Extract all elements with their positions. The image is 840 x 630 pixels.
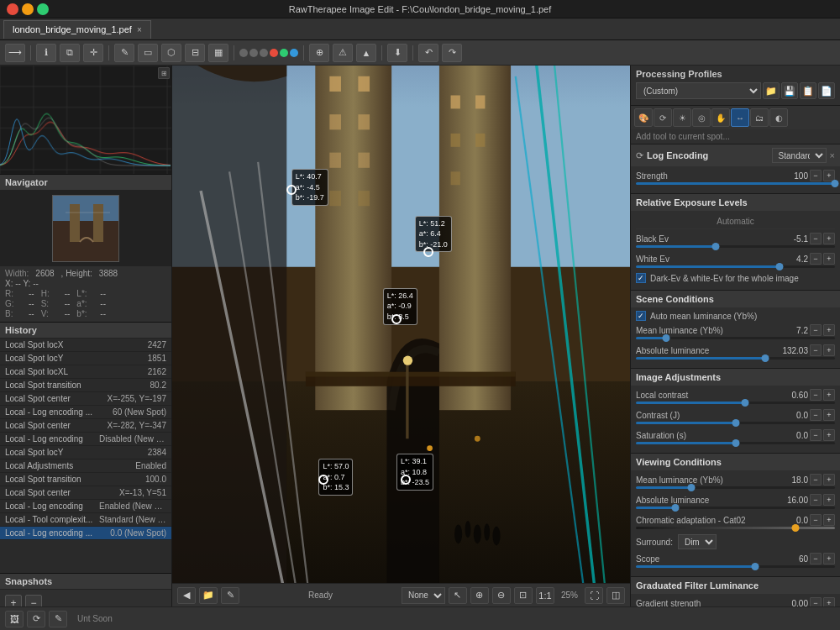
history-item[interactable]: Local Spot transition100.0 (0, 473, 171, 486)
history-item[interactable]: Local - Log encodingEnabled (New Spot) (0, 500, 171, 513)
rt-hand-btn[interactable]: ✋ (711, 108, 730, 127)
rt-localadj-btn[interactable]: ↔ (731, 108, 749, 127)
img-tb-edit-btn[interactable]: ✎ (221, 587, 239, 604)
history-item[interactable]: Local Spot locXL2162 (0, 365, 171, 379)
min-btn[interactable] (22, 3, 34, 15)
dark-white-checkbox[interactable]: ✓ (636, 273, 646, 283)
copy-btn[interactable]: ⧉ (60, 44, 80, 62)
log-enc-mode-select[interactable]: Standard (772, 148, 827, 163)
history-item[interactable]: Local Spot locY2384 (0, 446, 171, 459)
close-btn[interactable] (7, 3, 18, 15)
local-contrast-slider[interactable] (636, 402, 835, 404)
img-adj-header[interactable]: Image Adjustments (631, 369, 840, 386)
poly-btn[interactable]: ⬡ (161, 44, 181, 62)
history-item[interactable]: Local Spot centerX=-255, Y=-197 (0, 392, 171, 406)
rt-halfcircle-btn[interactable]: ◐ (769, 108, 788, 127)
surround-select[interactable]: Dim (678, 534, 717, 549)
pencil-btn[interactable]: ✎ (114, 44, 134, 62)
img-tb-folder-btn[interactable]: 📁 (199, 587, 218, 604)
history-item[interactable]: Local Spot locX2427 (0, 339, 171, 352)
lc-plus-btn[interactable]: + (823, 389, 835, 401)
pp-paste-btn[interactable]: 📄 (818, 82, 835, 99)
vc-chrom-slider[interactable] (636, 527, 835, 529)
vc-ch-plus-btn[interactable]: + (823, 514, 835, 526)
log-enc-close-btn[interactable]: × (830, 150, 835, 160)
dot-2[interactable] (249, 49, 258, 57)
export-btn[interactable]: ⬇ (387, 44, 407, 62)
bb-btn-1[interactable]: 🖼 (5, 611, 24, 627)
scene-cond-header[interactable]: Scene Conditions (631, 291, 840, 307)
log-encoding-header[interactable]: ⟳ Log Encoding Standard × (631, 144, 840, 166)
img-tb-none-select[interactable]: None (402, 587, 445, 604)
scope-slider[interactable] (636, 565, 835, 568)
history-item[interactable]: Local AdjustmentsEnabled (0, 459, 171, 473)
saturation-s-slider[interactable] (636, 442, 835, 444)
view-cond-header[interactable]: Viewing Conditions (631, 454, 840, 470)
rt-meta-btn[interactable]: 🗂 (750, 108, 769, 127)
vc-ml-plus-btn[interactable]: + (823, 474, 835, 486)
add-tool-row[interactable]: Add tool to current spot... (631, 129, 840, 144)
warn-btn[interactable]: ⚠ (333, 44, 353, 62)
lc-minus-btn[interactable]: − (810, 389, 822, 401)
bb-btn-3[interactable]: ✎ (49, 611, 67, 627)
vc-al-plus-btn[interactable]: + (823, 494, 835, 506)
contrast-j-slider[interactable] (636, 422, 835, 424)
image-area[interactable]: L*: 40.7 a*: -4.5 b*: -19.7 L*: 51.2 a*:… (172, 66, 630, 583)
cursor-btn[interactable]: ✛ (83, 44, 103, 62)
sat-plus-btn[interactable]: + (823, 429, 835, 441)
dot-5[interactable] (280, 49, 288, 57)
black-ev-plus-btn[interactable]: + (823, 233, 835, 244)
rt-color-btn[interactable]: 🎨 (634, 108, 653, 127)
hist-btn-1[interactable]: ⊞ (158, 67, 170, 79)
vc-ml-minus-btn[interactable]: − (810, 474, 822, 486)
abs-lum-slider[interactable] (636, 357, 835, 360)
black-ev-slider[interactable] (636, 245, 835, 248)
tab-close-btn[interactable]: × (137, 25, 142, 34)
vc-al-minus-btn[interactable]: − (810, 494, 822, 506)
gs-plus-btn[interactable]: + (823, 597, 835, 606)
triangle-btn[interactable]: ▲ (356, 44, 376, 62)
remove-snapshot-btn[interactable]: − (25, 595, 42, 606)
gs-minus-btn[interactable]: − (810, 597, 822, 606)
rt-rotate-btn[interactable]: ⟳ (654, 108, 672, 127)
mean-lum-slider[interactable] (636, 337, 835, 339)
grid-btn[interactable]: ▦ (208, 44, 228, 62)
white-ev-slider[interactable] (636, 265, 835, 268)
img-tb-zoom100-btn[interactable]: 1:1 (536, 587, 554, 604)
redo-btn[interactable]: ↷ (442, 44, 462, 62)
auto-mean-checkbox[interactable]: ✓ (636, 311, 646, 321)
white-ev-plus-btn[interactable]: + (823, 253, 835, 265)
rt-detail-btn[interactable]: ◎ (692, 108, 711, 127)
img-tb-cursor-btn[interactable]: ↖ (449, 587, 467, 604)
mean-lum-plus-btn[interactable]: + (823, 324, 835, 336)
rel-exp-header[interactable]: Relative Exposure Levels (631, 194, 840, 211)
vc-abs-lum-slider[interactable] (636, 507, 835, 509)
history-list[interactable]: Local Spot locX2427Local Spot locY1851Lo… (0, 339, 171, 573)
dot-4[interactable] (270, 49, 278, 57)
abs-lum-plus-btn[interactable]: + (823, 344, 835, 356)
sat-minus-btn[interactable]: − (810, 429, 822, 441)
img-tb-zoomfit-btn[interactable]: ⊡ (514, 587, 533, 604)
pp-copy-btn[interactable]: 📋 (800, 82, 816, 99)
grad-filter-header[interactable]: Graduated Filter Luminance (631, 577, 840, 594)
img-tb-zoomin-btn[interactable]: ⊕ (470, 587, 489, 604)
grad-btn[interactable]: ⊟ (185, 44, 205, 62)
history-item[interactable]: Local Spot locY1851 (0, 352, 171, 365)
dot-3[interactable] (260, 49, 268, 57)
white-ev-minus-btn[interactable]: − (810, 253, 822, 265)
pp-save-btn[interactable]: 💾 (781, 82, 798, 99)
bb-btn-2[interactable]: ⟳ (27, 611, 45, 627)
rect-btn[interactable]: ▭ (138, 44, 158, 62)
history-item[interactable]: Local - Tool complexit...Standard (New S… (0, 513, 171, 527)
max-btn[interactable] (37, 3, 49, 15)
img-tb-fullscreen-btn[interactable]: ⛶ (585, 587, 603, 604)
history-item[interactable]: Local - Log encoding ...60 (New Spot) (0, 406, 171, 419)
strength-minus-btn[interactable]: − (810, 170, 822, 181)
profile-select[interactable]: (Custom) (636, 82, 761, 99)
scope-plus-btn[interactable]: + (823, 553, 835, 564)
pp-folder-btn[interactable]: 📁 (763, 82, 780, 99)
scope-minus-btn[interactable]: − (810, 553, 822, 564)
arrow-btn[interactable]: ⟶ (5, 44, 25, 62)
dot-1[interactable] (239, 49, 248, 57)
img-tb-split-btn[interactable]: ◫ (606, 587, 625, 604)
